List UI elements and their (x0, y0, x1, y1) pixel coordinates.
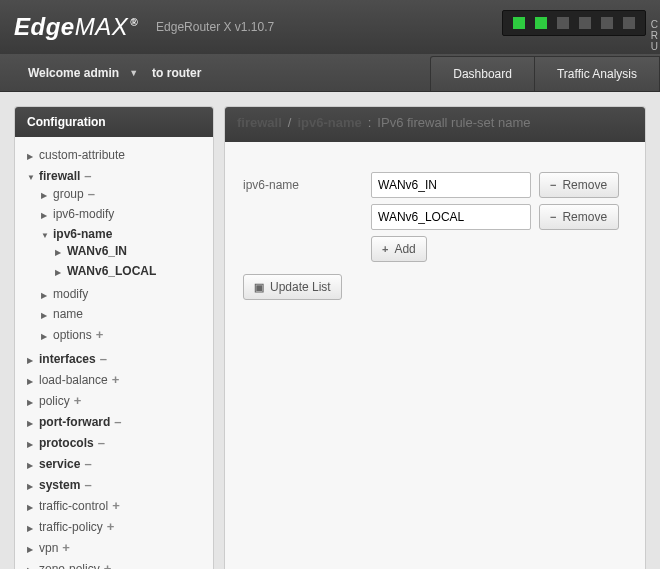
caret-down-icon[interactable] (41, 230, 51, 240)
caret-right-icon[interactable] (27, 397, 37, 407)
tree-item-name[interactable]: name (41, 304, 209, 324)
tree-label[interactable]: system (39, 478, 80, 492)
collapse-icon[interactable]: – (98, 435, 105, 450)
port-0 (513, 17, 525, 29)
tree-label[interactable]: ipv6-name (53, 227, 112, 241)
tree-label[interactable]: traffic-policy (39, 520, 103, 534)
caret-down-icon[interactable] (27, 172, 37, 182)
tree-item-custom-attribute[interactable]: custom-attribute (27, 145, 209, 165)
tree-item-ipv6-name[interactable]: ipv6-nameWANv6_INWANv6_LOCAL (41, 224, 209, 284)
tree-label[interactable]: ipv6-modify (53, 207, 114, 221)
add-button[interactable]: +Add (371, 236, 427, 262)
sub-header: Welcome admin ▼ to router Dashboard Traf… (0, 54, 660, 92)
caret-right-icon[interactable] (41, 310, 51, 320)
remove-label: Remove (562, 210, 607, 224)
tree-label[interactable]: group (53, 187, 84, 201)
remove-button-1[interactable]: −Remove (539, 204, 619, 230)
tree-label[interactable]: protocols (39, 436, 94, 450)
tree-item-vpn[interactable]: vpn+ (27, 537, 209, 558)
collapse-icon[interactable]: – (84, 456, 91, 471)
content-area: Configuration custom-attributefirewall–g… (0, 92, 660, 569)
tree-item-modify[interactable]: modify (41, 284, 209, 304)
tab-dashboard[interactable]: Dashboard (430, 56, 535, 91)
add-line: +Add (371, 236, 619, 262)
caret-right-icon[interactable] (41, 190, 51, 200)
remove-button-0[interactable]: −Remove (539, 172, 619, 198)
update-list-button[interactable]: ▣Update List (243, 274, 342, 300)
side-legend: C R U (645, 18, 660, 53)
breadcrumb-0[interactable]: firewall (237, 115, 282, 130)
caret-right-icon[interactable] (27, 418, 37, 428)
collapse-icon[interactable]: – (114, 414, 121, 429)
tree-label[interactable]: load-balance (39, 373, 108, 387)
tree-label[interactable]: interfaces (39, 352, 96, 366)
tree-item-service[interactable]: service– (27, 453, 209, 474)
tree-item-port-forward[interactable]: port-forward– (27, 411, 209, 432)
to-router-link[interactable]: to router (152, 66, 201, 80)
tree-item-policy[interactable]: policy+ (27, 390, 209, 411)
tree-label[interactable]: vpn (39, 541, 58, 555)
tree-item-group[interactable]: group– (41, 183, 209, 204)
tree-label[interactable]: port-forward (39, 415, 110, 429)
expand-icon[interactable]: + (112, 372, 120, 387)
expand-icon[interactable]: + (104, 561, 112, 569)
ipv6-name-input-0[interactable] (371, 172, 531, 198)
value-line-1: −Remove (371, 204, 619, 230)
tree-label[interactable]: modify (53, 287, 88, 301)
caret-right-icon[interactable] (55, 267, 65, 277)
form-row-ipv6-name: ipv6-name −Remove −Remove +Add (243, 172, 627, 262)
tree-item-traffic-policy[interactable]: traffic-policy+ (27, 516, 209, 537)
caret-right-icon[interactable] (41, 290, 51, 300)
caret-right-icon[interactable] (27, 151, 37, 161)
tree-item-interfaces[interactable]: interfaces– (27, 348, 209, 369)
breadcrumb-1[interactable]: ipv6-name (297, 115, 361, 130)
tree-item-ipv6-modify[interactable]: ipv6-modify (41, 204, 209, 224)
collapse-icon[interactable]: – (88, 186, 95, 201)
update-row: ▣Update List (243, 274, 627, 300)
expand-icon[interactable]: + (74, 393, 82, 408)
tree-item-firewall[interactable]: firewall–group–ipv6-modifyipv6-nameWANv6… (27, 165, 209, 348)
breadcrumb-sep: / (288, 115, 292, 130)
tree-item-wanv6-local[interactable]: WANv6_LOCAL (55, 261, 209, 281)
tab-traffic-analysis[interactable]: Traffic Analysis (534, 56, 660, 91)
collapse-icon[interactable]: – (84, 168, 91, 183)
breadcrumb-desc: IPv6 firewall rule-set name (377, 115, 530, 130)
tree-label[interactable]: options (53, 328, 92, 342)
caret-right-icon[interactable] (27, 376, 37, 386)
tree-label[interactable]: custom-attribute (39, 148, 125, 162)
tree-item-options[interactable]: options+ (41, 324, 209, 345)
caret-right-icon[interactable] (41, 210, 51, 220)
tree-label[interactable]: WANv6_IN (67, 244, 127, 258)
tree-label[interactable]: WANv6_LOCAL (67, 264, 156, 278)
collapse-icon[interactable]: – (100, 351, 107, 366)
tree-label[interactable]: traffic-control (39, 499, 108, 513)
caret-right-icon[interactable] (27, 439, 37, 449)
expand-icon[interactable]: + (96, 327, 104, 342)
tree-item-zone-policy[interactable]: zone-policy+ (27, 558, 209, 569)
user-menu-caret[interactable]: ▼ (129, 68, 138, 78)
expand-icon[interactable]: + (112, 498, 120, 513)
caret-right-icon[interactable] (41, 331, 51, 341)
tree-item-traffic-control[interactable]: traffic-control+ (27, 495, 209, 516)
tree-item-system[interactable]: system– (27, 474, 209, 495)
ipv6-name-input-1[interactable] (371, 204, 531, 230)
tree-item-wanv6-in[interactable]: WANv6_IN (55, 241, 209, 261)
caret-right-icon[interactable] (27, 523, 37, 533)
tree-item-load-balance[interactable]: load-balance+ (27, 369, 209, 390)
tree-item-protocols[interactable]: protocols– (27, 432, 209, 453)
tree-label[interactable]: firewall (39, 169, 80, 183)
caret-right-icon[interactable] (27, 460, 37, 470)
tree-label[interactable]: zone-policy (39, 562, 100, 569)
caret-right-icon[interactable] (27, 565, 37, 569)
tree-label[interactable]: policy (39, 394, 70, 408)
caret-right-icon[interactable] (27, 481, 37, 491)
caret-right-icon[interactable] (27, 355, 37, 365)
expand-icon[interactable]: + (107, 519, 115, 534)
expand-icon[interactable]: + (62, 540, 70, 555)
tree-label[interactable]: service (39, 457, 80, 471)
caret-right-icon[interactable] (27, 502, 37, 512)
collapse-icon[interactable]: – (84, 477, 91, 492)
caret-right-icon[interactable] (27, 544, 37, 554)
tree-label[interactable]: name (53, 307, 83, 321)
caret-right-icon[interactable] (55, 247, 65, 257)
